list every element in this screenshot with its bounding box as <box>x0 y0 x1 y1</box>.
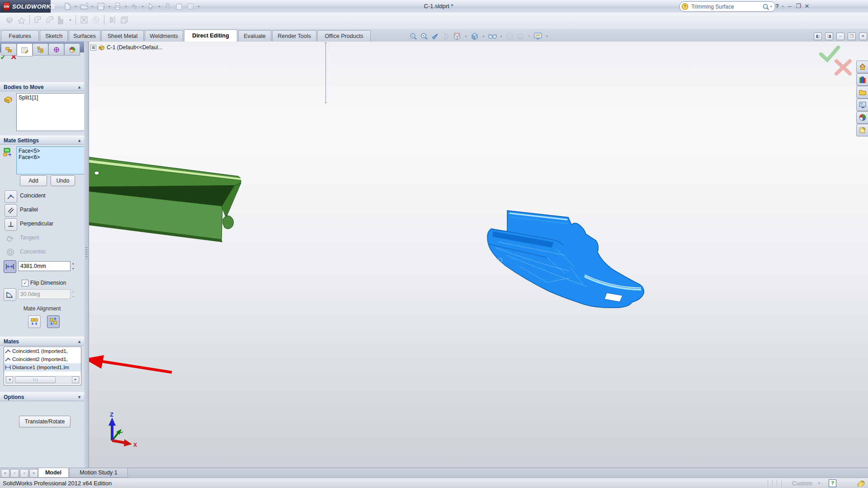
perpendicular-icon[interactable] <box>5 218 17 231</box>
mate-type-coincident[interactable]: Coincident <box>0 190 84 202</box>
display-manager-tab[interactable] <box>64 43 80 56</box>
help-button[interactable]: ? <box>773 3 781 9</box>
tab-features[interactable]: Features <box>1 30 39 41</box>
mate-list-item-selected[interactable]: Distance1 (Imported1,Im <box>4 363 81 371</box>
hide-show-dropdown[interactable]: ▾ <box>499 34 503 38</box>
close-button[interactable]: ✕ <box>803 3 811 9</box>
doc-restore-button[interactable]: ❐ <box>848 33 856 40</box>
simplify-icon[interactable] <box>91 15 101 25</box>
nav-next-button[interactable]: › <box>20 469 28 478</box>
mate-selection-item[interactable]: Face<6> <box>19 154 83 160</box>
hide-show-items-icon[interactable] <box>488 33 497 40</box>
distance-input[interactable] <box>18 261 71 271</box>
mate-selections-list[interactable]: Face<5> Face<6> <box>16 146 85 174</box>
mate-type-concentric[interactable]: Concentric <box>0 246 84 258</box>
tag-icon[interactable] <box>857 480 865 487</box>
options-expand-icon[interactable]: ▾ <box>78 393 80 402</box>
mate-list-item[interactable]: Coincident2 (Imported1, <box>4 355 81 363</box>
task-pane-appearances-tab[interactable] <box>856 124 868 136</box>
file-properties-icon[interactable] <box>174 1 184 11</box>
distance-spin-down-icon[interactable]: ▾ <box>72 267 74 270</box>
dimxpert-manager-tab[interactable] <box>48 43 64 56</box>
add-button[interactable]: Add <box>20 175 47 186</box>
concentric-icon[interactable] <box>5 246 16 258</box>
task-pane-search-tab[interactable] <box>856 111 868 124</box>
aligned-button[interactable] <box>28 315 41 328</box>
pattern-icon[interactable] <box>57 15 66 25</box>
mirror-icon[interactable] <box>108 15 118 25</box>
mate-selection-item[interactable]: Face<5> <box>19 148 83 154</box>
task-pane-home-tab[interactable] <box>856 61 868 73</box>
coincident-icon[interactable] <box>5 190 17 203</box>
property-manager-tab[interactable] <box>17 43 33 56</box>
scroll-thumb[interactable]: | | | <box>15 376 56 383</box>
magnifier-icon[interactable] <box>431 32 439 41</box>
print-dropdown[interactable]: ▾ <box>124 5 128 9</box>
save-dropdown[interactable]: ▾ <box>107 5 111 9</box>
tree-expand-icon[interactable]: ⊞ <box>90 45 96 51</box>
feature-tree-flyout[interactable]: ⊞ C-1 (Default<<Defaul... <box>90 44 162 51</box>
tab-sheet-metal[interactable]: Sheet Metal <box>101 30 144 41</box>
display-style-icon[interactable] <box>470 32 479 41</box>
angle-spin-up-icon[interactable]: ▴ <box>72 290 74 293</box>
bodies-list[interactable]: Split1[1] <box>16 93 85 131</box>
nav-last-button[interactable]: » <box>29 469 38 478</box>
panel-splitter[interactable] <box>84 42 89 468</box>
view-orientation-icon[interactable] <box>453 32 462 41</box>
options-header[interactable]: Options ▾ <box>0 392 84 401</box>
menu-expand-arrow-icon[interactable]: ▸ <box>57 4 60 9</box>
pattern-dropdown[interactable]: ▾ <box>68 18 72 22</box>
nav-prev-button[interactable]: ‹ <box>10 469 19 478</box>
splitter-grip[interactable] <box>85 247 87 259</box>
search-box[interactable]: ? ▾ <box>679 1 775 12</box>
scroll-right-icon[interactable]: ▸ <box>72 376 79 383</box>
feature-manager-tab[interactable] <box>1 43 17 56</box>
motion-study-tab[interactable]: Motion Study 1 <box>69 468 128 478</box>
open-icon[interactable] <box>79 1 89 11</box>
scroll-left-icon[interactable]: ◂ <box>6 376 13 383</box>
task-pane-file-explorer-tab[interactable] <box>856 99 868 111</box>
apply-scene-icon[interactable] <box>505 32 514 41</box>
distance-spin-up-icon[interactable]: ▴ <box>72 262 74 265</box>
anti-aligned-button[interactable] <box>47 315 60 328</box>
move-face-icon[interactable] <box>5 15 14 25</box>
bodies-collapse-icon[interactable]: ▴ <box>78 83 80 92</box>
doc-close-button[interactable]: ✕ <box>859 33 867 40</box>
pane-right-icon[interactable]: ◨ <box>825 33 833 40</box>
edit-appearance-icon[interactable] <box>533 32 542 40</box>
options-dropdown[interactable]: ▾ <box>197 5 201 9</box>
flip-dimension-checkbox[interactable]: ✓ <box>22 280 28 286</box>
undo-button[interactable]: Undo <box>51 175 75 186</box>
mates-header[interactable]: Mates ▴ <box>0 337 84 346</box>
mate-list-item[interactable]: Coincident1 (Imported1, <box>4 347 81 355</box>
task-pane-resources-tab[interactable] <box>856 73 868 86</box>
print-icon[interactable] <box>113 1 123 11</box>
new-icon[interactable] <box>62 1 72 11</box>
rebuild-icon[interactable] <box>163 1 173 11</box>
select-dropdown[interactable]: ▾ <box>157 5 161 9</box>
new-dropdown[interactable]: ▾ <box>74 5 78 9</box>
help-dropdown[interactable]: ▾ <box>781 5 785 9</box>
undo-icon[interactable] <box>129 1 139 11</box>
restore-button[interactable]: ❐ <box>794 3 802 9</box>
edit-appearance-dropdown[interactable]: ▾ <box>545 34 549 38</box>
mate-type-tangent[interactable]: Tangent <box>0 232 84 244</box>
search-help-icon[interactable]: ? <box>682 3 688 10</box>
flip-dimension-label[interactable]: Flip Dimension <box>30 280 66 286</box>
view-settings-icon[interactable] <box>516 32 525 41</box>
section-view-icon[interactable] <box>442 32 450 41</box>
angle-mate-icon[interactable] <box>4 288 16 301</box>
custom-dropdown[interactable]: Custom <box>792 480 812 487</box>
mate-type-perpendicular[interactable]: Perpendicular <box>0 218 84 230</box>
mate-settings-header[interactable]: Mate Settings ▴ <box>0 136 84 145</box>
green-beam-body[interactable] <box>84 154 245 251</box>
graphics-area[interactable]: ⊞ C-1 (Default<<Defaul... <box>84 42 868 468</box>
tab-surfaces[interactable]: Surfaces <box>69 30 100 41</box>
translate-rotate-button[interactable]: Translate/Rotate <box>19 416 71 427</box>
angle-spin-down-icon[interactable]: ▾ <box>72 295 74 298</box>
open-dropdown[interactable]: ▾ <box>90 5 94 9</box>
chamfer-icon[interactable] <box>45 15 55 25</box>
zoom-area-icon[interactable] <box>420 32 429 41</box>
doc-minimize-button[interactable]: – <box>836 33 844 40</box>
bodies-to-move-header[interactable]: Bodies to Move ▴ <box>0 82 84 91</box>
